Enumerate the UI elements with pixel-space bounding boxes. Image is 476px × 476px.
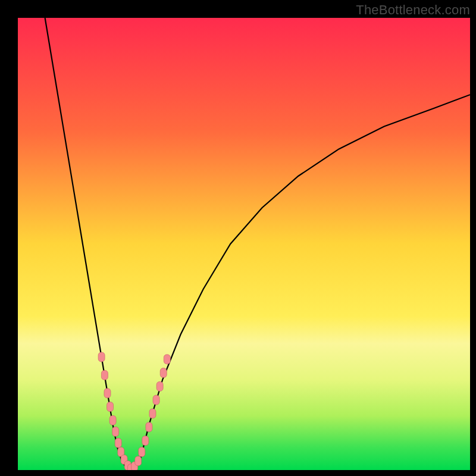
marker-point (101, 370, 108, 380)
marker-point (104, 389, 111, 398)
watermark-text: TheBottleneck.com (356, 2, 470, 18)
marker-point (135, 456, 142, 466)
marker-point (109, 415, 116, 425)
marker-point (139, 447, 145, 457)
marker-point (149, 409, 156, 418)
marker-point (115, 438, 121, 447)
marker-point (112, 427, 119, 436)
marker-point (142, 436, 149, 446)
chart-frame: TheBottleneck.com (0, 0, 476, 476)
gradient-background (18, 18, 470, 470)
chart-svg (18, 18, 470, 470)
plot-area (18, 18, 470, 470)
marker-point (107, 402, 114, 412)
marker-point (160, 368, 167, 378)
marker-point (98, 352, 105, 362)
marker-point (164, 355, 170, 364)
marker-point (156, 381, 163, 391)
marker-point (153, 395, 159, 405)
marker-point (146, 422, 152, 432)
